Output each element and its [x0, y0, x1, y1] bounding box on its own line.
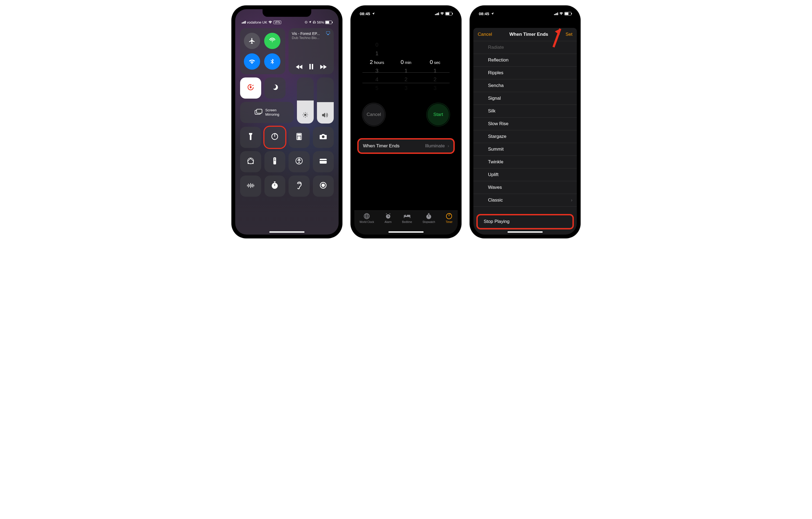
stopwatch-button[interactable] [264, 175, 286, 197]
sound-option[interactable]: Reflection [473, 54, 577, 66]
remote-button[interactable] [264, 151, 286, 172]
status-bar: vodafone UK VPN 56% [240, 20, 334, 24]
wifi-icon [440, 12, 444, 16]
cancel-button[interactable]: Cancel [362, 103, 385, 126]
signal-icon [435, 12, 439, 15]
sound-option[interactable]: Uplift [473, 168, 577, 181]
tab-stopwatch[interactable]: Stopwatch [423, 213, 435, 223]
home-indicator[interactable] [269, 231, 304, 233]
dnd-toggle[interactable] [264, 78, 286, 99]
cancel-button[interactable]: Cancel [478, 32, 492, 37]
notch [382, 9, 430, 17]
svg-point-22 [298, 137, 298, 138]
battery-percent: 56% [317, 20, 324, 24]
brightness-icon [302, 112, 309, 120]
screen-record-button[interactable] [313, 175, 334, 197]
cellular-toggle[interactable] [264, 33, 281, 49]
when-timer-ends-row[interactable]: When Timer Ends Illuminate › [359, 139, 453, 153]
rotation-lock-icon [246, 83, 255, 93]
screen-mirroring-label: Screen Mirroring [265, 108, 279, 116]
sound-option[interactable]: Silk [473, 105, 577, 117]
brightness-slider[interactable] [297, 78, 314, 124]
svg-rect-45 [274, 182, 276, 182]
svg-rect-46 [274, 182, 275, 183]
svg-line-15 [307, 113, 307, 113]
svg-point-23 [299, 137, 299, 138]
svg-point-31 [274, 159, 275, 160]
forward-button[interactable] [320, 64, 327, 71]
home-indicator[interactable] [508, 231, 543, 233]
svg-point-19 [298, 136, 298, 137]
airplane-toggle[interactable] [244, 33, 260, 49]
stop-playing-option[interactable]: Stop Playing [478, 215, 573, 228]
timer-button[interactable] [264, 127, 286, 148]
svg-rect-36 [320, 160, 327, 161]
sound-option[interactable]: Slow Rise [473, 117, 577, 130]
wifi-toggle[interactable] [244, 53, 260, 70]
sound-option[interactable]: Waves [473, 181, 577, 194]
battery-icon [325, 21, 332, 24]
tab-timer[interactable]: Timer [445, 213, 452, 223]
media-title: Vis - Forest EP... [292, 31, 330, 36]
calculator-button[interactable] [289, 127, 310, 148]
sound-option[interactable]: Ripples [473, 66, 577, 79]
svg-rect-18 [297, 134, 301, 135]
flashlight-button[interactable] [240, 127, 261, 148]
home-icon [247, 157, 255, 167]
volume-icon [322, 112, 329, 120]
headphones-icon [313, 20, 316, 24]
sound-option-classic[interactable]: Classic › [473, 194, 577, 207]
audio-button[interactable] [240, 175, 261, 197]
when-timer-ends-value: Illuminate [425, 143, 445, 148]
screen-control-center: vodafone UK VPN 56% [235, 9, 339, 235]
timer-icon [271, 133, 279, 142]
status-time: 08:45 [479, 11, 489, 16]
svg-point-21 [300, 136, 300, 137]
sound-option[interactable]: Signal [473, 92, 577, 105]
svg-rect-1 [309, 64, 311, 69]
svg-line-12 [303, 113, 304, 113]
screen-timer: 08:45 0 1 2hours 3 4 5 [354, 9, 458, 235]
hearing-button[interactable] [289, 175, 310, 197]
svg-point-7 [304, 114, 307, 116]
sound-option[interactable]: Summit [473, 143, 577, 156]
location-icon [305, 20, 308, 24]
screen-mirroring-icon [255, 109, 263, 116]
accessibility-button[interactable] [289, 151, 310, 172]
battery-icon [445, 12, 452, 16]
connectivity-tile[interactable] [240, 28, 285, 74]
sound-option[interactable]: Stargaze [473, 130, 577, 143]
airplay-icon[interactable] [326, 31, 330, 36]
svg-rect-43 [254, 185, 254, 186]
tab-bedtime[interactable]: Bedtime [402, 213, 412, 223]
start-button[interactable]: Start [427, 103, 450, 126]
tab-bar: World Clock Alarm Bedtime Stopwatch Time… [354, 211, 458, 235]
svg-point-27 [300, 138, 300, 139]
wallet-button[interactable] [313, 151, 334, 172]
bluetooth-toggle[interactable] [264, 53, 281, 70]
volume-slider[interactable] [317, 78, 334, 124]
bed-icon [403, 213, 411, 220]
sound-option[interactable]: Sencha [473, 79, 577, 92]
home-indicator[interactable] [388, 231, 424, 233]
moon-icon [271, 84, 279, 93]
timer-icon [446, 213, 452, 220]
time-picker[interactable]: 0 1 2hours 3 4 5 0min 1 2 3 [354, 40, 458, 92]
tab-world-clock[interactable]: World Clock [359, 213, 374, 223]
waveform-icon [246, 182, 255, 190]
globe-icon [364, 213, 370, 220]
screen-mirroring-button[interactable]: Screen Mirroring [240, 102, 294, 123]
tab-alarm[interactable]: Alarm [385, 213, 392, 223]
home-button[interactable] [240, 151, 261, 172]
svg-point-49 [322, 184, 324, 187]
stopwatch-icon [271, 181, 278, 191]
camera-button[interactable] [313, 127, 334, 148]
sound-option[interactable]: Twinkle [473, 156, 577, 168]
rotation-lock-toggle[interactable] [240, 78, 261, 99]
sound-list[interactable]: Radiate Reflection Ripples Sencha Signal… [473, 41, 577, 228]
notch [501, 9, 549, 17]
media-tile[interactable]: Vis - Forest EP... Dub Techno Blo... [289, 28, 334, 74]
rewind-button[interactable] [296, 64, 302, 71]
stopwatch-icon [426, 213, 432, 220]
pause-button[interactable] [309, 64, 313, 71]
